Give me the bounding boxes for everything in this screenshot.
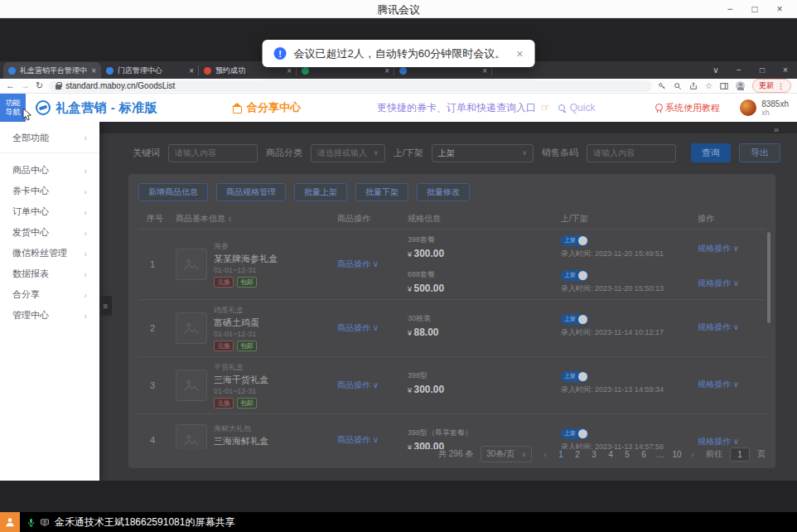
next-page-button[interactable]: › xyxy=(687,450,698,459)
table-scrollbar[interactable] xyxy=(767,232,770,323)
shelf-status-toggle[interactable]: 上架 xyxy=(561,235,588,246)
share-center-link[interactable]: 合分享中心 xyxy=(232,100,301,115)
tab-close-icon[interactable]: × xyxy=(482,66,487,75)
toast-close-icon[interactable]: × xyxy=(516,47,523,60)
status-label: 上/下架 xyxy=(394,147,423,159)
share-icon[interactable] xyxy=(689,82,698,90)
sidebar-item[interactable]: 数据报表› xyxy=(0,264,99,284)
spec-cell: 688套餐¥ 500.00 xyxy=(408,269,561,295)
zoom-icon[interactable] xyxy=(674,82,682,90)
chrome-update-button[interactable]: 更新 ⋮ xyxy=(752,79,791,93)
product-tag: 包邮 xyxy=(237,277,257,288)
promo-entry[interactable]: 更快捷的券卡、订单和快递查询入口 ☞ Quick xyxy=(377,101,595,115)
toolbar-button[interactable]: 商品规格管理 xyxy=(216,183,286,201)
page-number[interactable]: … xyxy=(654,450,667,459)
spec-name: 398套餐 xyxy=(408,235,561,245)
barcode-input[interactable] xyxy=(587,144,676,162)
tab-close-icon[interactable]: × xyxy=(189,66,194,75)
back-icon[interactable]: ← xyxy=(6,81,15,90)
spec-op-cell: 规格操作 ∨ xyxy=(698,239,764,254)
toolbar-button[interactable]: 批量上架 xyxy=(294,183,347,201)
collapse-right-icon[interactable]: » xyxy=(774,124,779,134)
page-number[interactable]: 6 xyxy=(637,450,650,459)
toolbar-button[interactable]: 批量修改 xyxy=(417,183,470,201)
product-action-link[interactable]: 商品操作 ∨ xyxy=(337,434,379,446)
sidebar-item[interactable]: 发货中心› xyxy=(0,222,99,243)
meeting-close-button[interactable]: × xyxy=(767,3,792,15)
bookmark-star-icon[interactable]: ☆ xyxy=(705,82,712,90)
toolbar-button[interactable]: 新增商品信息 xyxy=(138,183,208,201)
product-action-cell: 商品操作 ∨ xyxy=(337,300,408,356)
sidebar-item[interactable]: 全部功能› xyxy=(0,125,99,150)
tab-close-icon[interactable]: × xyxy=(91,66,96,75)
tab-close-icon[interactable]: × xyxy=(384,66,389,75)
user-subname: xh xyxy=(761,109,789,117)
sidebar-item[interactable]: 微信粉丝管理› xyxy=(0,243,99,264)
meeting-minimize-button[interactable]: − xyxy=(717,3,742,15)
shelf-status-toggle[interactable]: 上架 xyxy=(561,428,588,439)
product-name: 三海干货礼盒 xyxy=(214,374,268,386)
toolbar-button[interactable]: 批量下架 xyxy=(355,183,408,201)
product-tag: 兑换 xyxy=(214,341,234,351)
export-button[interactable]: 导出 xyxy=(739,143,780,162)
quick-search[interactable]: Quick xyxy=(558,102,596,114)
product-category: 海鲜大礼包 xyxy=(214,423,268,434)
shelf-status-toggle[interactable]: 上架 xyxy=(561,314,588,325)
page-number[interactable]: 4 xyxy=(604,450,617,459)
tab-search-icon[interactable]: ∨ xyxy=(704,65,727,75)
page-number[interactable]: 3 xyxy=(587,450,601,459)
chevron-down-icon: ∨ xyxy=(374,149,379,157)
sidebar-item[interactable]: 商品中心› xyxy=(0,160,99,181)
side-panel-icon[interactable] xyxy=(720,82,728,90)
shelf-status-toggle[interactable]: 上架 xyxy=(561,371,588,382)
goto-page-input[interactable] xyxy=(730,447,750,462)
sidebar-item-label: 发货中心 xyxy=(12,226,49,239)
spec-action-link[interactable]: 规格操作 ∨ xyxy=(698,278,739,288)
system-tutorial-link[interactable]: 系统使用教程 xyxy=(655,102,720,114)
browser-tab[interactable]: 门店管理中心× xyxy=(101,62,199,79)
shelf-status-toggle[interactable]: 上架 xyxy=(561,270,588,281)
product-action-link[interactable]: 商品操作 ∨ xyxy=(337,322,379,334)
status-select[interactable]: 上架 ∨ xyxy=(432,144,534,162)
browser-profile-icon[interactable] xyxy=(736,81,745,90)
sidebar-item[interactable]: 合分享› xyxy=(0,284,99,305)
browser-maximize-button[interactable]: □ xyxy=(751,65,774,75)
sidebar-item[interactable]: 券卡中心› xyxy=(0,181,99,201)
spec-action-link[interactable]: 规格操作 ∨ xyxy=(698,380,739,389)
url-omnibox[interactable]: standard.maboy.cn/GoodsList xyxy=(49,80,652,92)
browser-close-button[interactable]: × xyxy=(774,65,797,75)
spec-name: 398型 xyxy=(408,370,561,381)
spec-action-link[interactable]: 规格操作 ∨ xyxy=(698,437,739,446)
spec-op-cell: 规格操作 ∨ xyxy=(698,375,764,390)
spec-action-link[interactable]: 规格操作 ∨ xyxy=(698,322,739,331)
product-action-link[interactable]: 商品操作 ∨ xyxy=(337,259,379,270)
page-number[interactable]: 2 xyxy=(571,450,584,459)
category-select[interactable]: 请选择或输入 ∨ xyxy=(311,144,385,162)
page-number[interactable]: 1 xyxy=(554,450,568,459)
more-menu-icon[interactable]: ⋮ xyxy=(777,82,785,90)
search-button[interactable]: 查询 xyxy=(691,143,731,162)
menu-handle[interactable]: ≡ xyxy=(99,296,112,316)
key-icon[interactable] xyxy=(658,82,666,90)
tab-close-icon[interactable]: × xyxy=(287,66,292,75)
page-number[interactable]: 10 xyxy=(670,450,683,459)
currency-symbol: ¥ xyxy=(408,386,414,394)
row-index: 2 xyxy=(138,300,176,356)
browser-tab[interactable]: 礼盒营销平台管理中心× xyxy=(3,62,101,79)
browser-minimize-button[interactable]: − xyxy=(727,65,751,75)
product-action-link[interactable]: 商品操作 ∨ xyxy=(337,380,379,391)
page-size-select[interactable]: 30条/页 ∨ xyxy=(481,446,532,462)
keyword-input[interactable] xyxy=(168,144,258,162)
user-account[interactable]: 8385xh xh xyxy=(740,99,789,117)
page-number[interactable]: 5 xyxy=(621,450,634,459)
chevron-right-icon: › xyxy=(84,269,87,279)
nav-label-2: 导航 xyxy=(6,108,21,117)
prev-page-button[interactable]: ‹ xyxy=(539,450,551,459)
refresh-icon[interactable]: ↻ xyxy=(36,81,43,90)
meeting-maximize-button[interactable]: □ xyxy=(742,3,767,15)
spec-row: 688套餐¥ 500.00上架录入时间: 2023-11-20 15:50:13… xyxy=(408,264,766,299)
spec-action-link[interactable]: 规格操作 ∨ xyxy=(698,244,739,253)
sort-icon[interactable]: ▲▼ xyxy=(228,215,232,223)
sidebar-item[interactable]: 管理中心› xyxy=(0,305,99,326)
sidebar-item[interactable]: 订单中心› xyxy=(0,201,99,222)
